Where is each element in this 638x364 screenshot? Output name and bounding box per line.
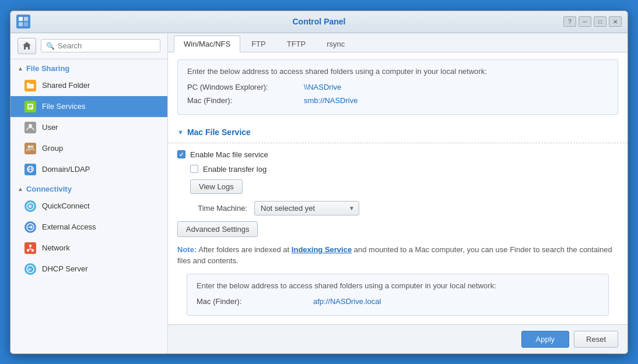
tab-win-mac-nfs[interactable]: Win/Mac/NFS [174,36,240,52]
external-access-icon [24,221,36,233]
window-title: Control Panel [292,17,345,26]
tab-rsync[interactable]: rsync [317,36,355,52]
afp-intro-text: Enter the below address to access shared… [197,281,599,290]
note-label: Note: [177,245,197,254]
minimize-button[interactable]: ─ [579,16,591,27]
main-window: Control Panel ? ─ □ ✕ 🔍 [10,10,628,354]
mac-file-service-header[interactable]: ▼ Mac File Service [168,122,628,143]
apply-button[interactable]: Apply [521,331,570,348]
svg-rect-1 [24,17,28,21]
window-controls: ? ─ □ ✕ [563,16,622,27]
quickconnect-item-label: QuickConnect [42,202,90,210]
panel: Enter the below address to access shared… [168,52,628,324]
network-item-label: Network [42,243,70,252]
time-machine-label: Time Machine: [177,204,247,213]
svg-point-8 [29,124,32,128]
group-item-label: Group [42,144,63,153]
dhcp-icon: IP [24,263,36,275]
connectivity-arrow: ▲ [17,186,23,192]
mac-service-arrow: ▼ [177,129,184,136]
pc-label: PC (Windows Explorer): [187,83,304,91]
pc-value: \\NASDrive [304,83,341,91]
svg-rect-2 [19,22,23,26]
afp-info-box: Enter the below address to access shared… [187,274,609,316]
indexing-service-link[interactable]: Indexing Service [292,245,352,254]
tab-bar: Win/Mac/NFS FTP TFTP rsync [168,33,628,52]
mac-afp-label: Mac (Finder): [197,297,313,306]
help-button[interactable]: ? [563,16,576,27]
mac-afp-row: Mac (Finder): afp://NASDrive.local [197,295,599,308]
network-icon [24,242,36,254]
file-sharing-section-header[interactable]: ▲ File Sharing [10,59,167,75]
app-icon [16,15,30,29]
connectivity-label: Connectivity [26,185,72,193]
enable-mac-service-checkbox[interactable] [177,150,185,158]
enable-transfer-log-label: Enable transfer log [203,165,267,174]
content-area: 🔍 ▲ File Sharing Shared Folder [10,33,628,354]
svg-text:IP: IP [28,268,31,271]
windows-intro-text: Enter the below address to access shared… [187,67,608,76]
sidebar-item-network[interactable]: Network [10,238,167,259]
enable-mac-service-label: Enable Mac file service [190,150,268,159]
windows-info-box: Enter the below address to access shared… [177,59,618,115]
reset-button[interactable]: Reset [574,331,618,348]
quickconnect-icon [24,200,36,212]
time-machine-select[interactable]: Not selected yet [254,201,359,215]
svg-point-9 [28,146,31,149]
sidebar-item-external-access[interactable]: External Access [10,217,167,238]
advanced-settings-button[interactable]: Advanced Settings [177,221,258,237]
pc-row: PC (Windows Explorer): \\NASDrive [187,80,608,94]
time-machine-select-wrapper: Not selected yet ▼ [254,201,359,215]
search-input[interactable] [58,41,155,50]
sidebar: 🔍 ▲ File Sharing Shared Folder [10,33,168,354]
file-services-icon [24,101,36,112]
mac-file-service-title: Mac File Service [187,128,251,137]
sidebar-item-user[interactable]: User [10,117,167,138]
bottom-bar: Apply Reset [168,324,628,354]
svg-rect-16 [27,249,29,252]
title-bar-left [16,15,30,29]
sidebar-item-file-services[interactable]: File Services [10,96,167,117]
domain-icon [24,164,36,175]
view-logs-row: View Logs [177,179,618,201]
main-content: Win/Mac/NFS FTP TFTP rsync Enter the bel… [168,33,628,354]
mac-smb-value: smb://NASDrive [304,96,357,105]
mac-file-service-body: Enable Mac file service Enable transfer … [168,143,628,324]
enable-transfer-log-row: Enable transfer log [177,165,618,174]
note-text-part1: After folders are indexed at [198,245,292,254]
mac-afp-value: afp://NASDrive.local [313,297,381,306]
domain-item-label: Domain/LDAP [42,165,90,174]
dhcp-item-label: DHCP Server [42,264,88,273]
external-access-item-label: External Access [42,222,96,231]
file-sharing-label: File Sharing [26,64,69,73]
sidebar-item-domain[interactable]: Domain/LDAP [10,159,167,180]
connectivity-section-header[interactable]: ▲ Connectivity [10,180,167,196]
svg-point-10 [31,146,34,149]
home-button[interactable] [17,38,36,54]
file-services-item-label: File Services [42,102,85,111]
file-sharing-arrow: ▲ [17,65,23,72]
mac-smb-row: Mac (Finder): smb://NASDrive [187,94,608,107]
search-box[interactable]: 🔍 [41,39,160,52]
tab-tftp[interactable]: TFTP [277,36,316,52]
maximize-button[interactable]: □ [594,16,607,27]
sidebar-item-quickconnect[interactable]: QuickConnect [10,196,167,217]
group-icon [24,143,36,154]
mac-smb-label: Mac (Finder): [187,96,304,105]
user-icon [24,122,36,133]
close-button[interactable]: ✕ [609,16,622,27]
time-machine-row: Time Machine: Not selected yet ▼ [177,201,618,215]
sidebar-item-shared-folder[interactable]: Shared Folder [10,75,167,96]
svg-rect-17 [29,245,31,247]
tab-ftp[interactable]: FTP [241,36,276,52]
view-logs-button[interactable]: View Logs [190,179,243,194]
sidebar-item-dhcp[interactable]: IP DHCP Server [10,259,167,280]
title-bar: Control Panel ? ─ □ ✕ [10,11,628,33]
svg-rect-3 [24,22,28,26]
note-text: Note: After folders are indexed at Index… [177,244,618,267]
svg-rect-18 [31,249,34,252]
enable-transfer-log-checkbox[interactable] [190,165,198,173]
user-item-label: User [42,123,58,132]
shared-folder-item-label: Shared Folder [42,81,90,90]
sidebar-item-group[interactable]: Group [10,138,167,159]
